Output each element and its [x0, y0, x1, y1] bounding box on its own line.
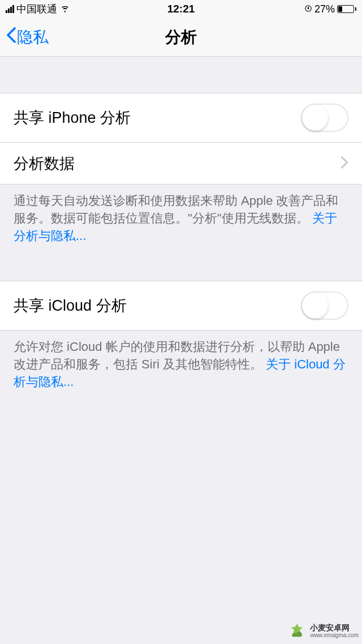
page-title: 分析 [165, 27, 197, 48]
group1-footer: 通过每天自动发送诊断和使用数据来帮助 Apple 改善产品和服务。数据可能包括位… [0, 184, 362, 252]
svg-rect-1 [308, 7, 309, 9]
watermark-logo-icon [287, 621, 307, 641]
battery-percent: 27% [314, 3, 335, 15]
analytics-data-row[interactable]: 分析数据 [0, 142, 362, 184]
watermark-url: www.xmsigma.com [310, 632, 359, 638]
share-iphone-analytics-row[interactable]: 共享 iPhone 分析 [0, 93, 362, 142]
status-right: 27% [304, 3, 356, 15]
row-label: 分析数据 [14, 153, 75, 174]
battery-icon [337, 5, 356, 13]
status-time: 12:21 [167, 3, 195, 15]
status-left: 中国联通 [6, 2, 71, 16]
chevron-left-icon [6, 27, 17, 48]
carrier-label: 中国联通 [16, 2, 57, 16]
settings-group-icloud: 共享 iCloud 分析 [0, 281, 362, 330]
footer-desc: 通过每天自动发送诊断和使用数据来帮助 Apple 改善产品和服务。数据可能包括位… [14, 194, 339, 225]
navigation-bar: 隐私 分析 [0, 18, 362, 57]
group2-footer: 允许对您 iCloud 帐户的使用和数据进行分析，以帮助 Apple 改进产品和… [0, 330, 362, 398]
status-bar: 中国联通 12:21 27% [0, 0, 362, 18]
wifi-icon [59, 2, 71, 16]
share-icloud-analytics-toggle[interactable] [301, 291, 348, 320]
settings-group-analytics: 共享 iPhone 分析 分析数据 [0, 93, 362, 184]
chevron-right-icon [341, 156, 348, 171]
row-label: 共享 iPhone 分析 [14, 108, 131, 128]
signal-icon [6, 5, 14, 13]
row-label: 共享 iCloud 分析 [14, 295, 127, 316]
watermark: 小麦安卓网 www.xmsigma.com [287, 621, 359, 641]
watermark-name: 小麦安卓网 [310, 624, 359, 632]
share-iphone-analytics-toggle[interactable] [301, 104, 348, 132]
rotation-lock-icon [304, 3, 312, 15]
share-icloud-analytics-row[interactable]: 共享 iCloud 分析 [0, 281, 362, 330]
back-button[interactable]: 隐私 [6, 27, 49, 48]
back-label: 隐私 [17, 27, 49, 48]
